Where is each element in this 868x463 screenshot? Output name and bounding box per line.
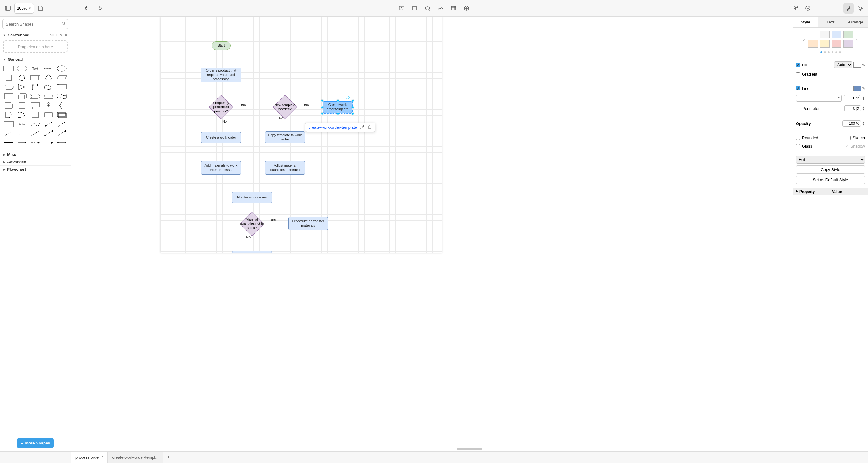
shape-cloud[interactable]	[43, 84, 54, 91]
shape-list-item[interactable]: List Item	[17, 121, 28, 128]
resize-handle[interactable]	[351, 106, 354, 109]
perimeter-input[interactable]	[844, 105, 861, 111]
stepper-down-icon[interactable]: ▼	[862, 98, 865, 100]
more-shapes-button[interactable]: + More Shapes	[17, 438, 54, 448]
node-procedure[interactable]: Procedure or transfer materials	[288, 217, 328, 230]
shape-list[interactable]	[3, 121, 14, 128]
shape-cylinder[interactable]	[30, 84, 41, 91]
fill-color-swatch[interactable]	[854, 62, 861, 68]
edit-icon[interactable]: ✎	[862, 63, 865, 67]
color-swatch[interactable]	[820, 31, 830, 38]
share-icon[interactable]	[791, 3, 801, 13]
edit-style-select[interactable]: Edit	[796, 156, 865, 164]
node-start[interactable]: Start	[212, 41, 231, 50]
shape-connector-1[interactable]	[3, 139, 14, 146]
tab-style[interactable]: Style	[793, 17, 818, 28]
resize-handle[interactable]	[337, 112, 339, 115]
shape-and[interactable]	[3, 111, 14, 119]
shape-circle[interactable]	[17, 74, 28, 81]
set-default-style-button[interactable]: Set as Default Style	[796, 176, 865, 184]
color-swatch[interactable]	[808, 40, 818, 47]
shape-callout-bubble[interactable]	[30, 102, 41, 109]
undo-icon[interactable]	[82, 3, 93, 13]
more-icon[interactable]	[803, 3, 813, 13]
advanced-header[interactable]: ▶ Advanced	[0, 158, 71, 165]
shape-triangle[interactable]	[17, 84, 28, 91]
tab-arrange[interactable]: Arrange	[843, 17, 868, 28]
node-create-template[interactable]: Create work order template	[323, 101, 352, 113]
shape-bidir-arrow[interactable]	[43, 121, 54, 128]
shape-or[interactable]	[17, 111, 28, 119]
node-add-materials[interactable]: Add materials to work order processes	[201, 161, 241, 175]
shape-arrow[interactable]	[56, 121, 67, 128]
node-cutoff[interactable]	[232, 251, 272, 254]
redo-icon[interactable]	[94, 3, 104, 13]
theme-icon[interactable]	[855, 3, 866, 13]
table-icon[interactable]	[448, 3, 459, 13]
node-adjust-qty[interactable]: Adjust material quantities if needed	[265, 161, 305, 175]
node-order-product[interactable]: Order a product that requires value-add …	[201, 68, 241, 82]
shape-dotted[interactable]	[17, 130, 28, 137]
node-freq-process[interactable]: Frequently performed process?	[206, 96, 236, 119]
edit-icon[interactable]: ✎	[60, 33, 63, 37]
misc-header[interactable]: ▶ Misc	[0, 151, 71, 158]
line-color-swatch[interactable]	[854, 86, 861, 91]
shape-connector-4[interactable]	[43, 139, 54, 146]
page-icon[interactable]	[35, 3, 46, 13]
shape-curly-brace[interactable]	[56, 102, 67, 109]
stepper-down-icon[interactable]: ▼	[862, 108, 865, 110]
edit-icon[interactable]	[360, 125, 365, 130]
close-icon[interactable]: ✕	[65, 33, 68, 37]
shape-process[interactable]	[30, 74, 41, 81]
fill-mode-select[interactable]: Auto	[834, 61, 852, 68]
text-box-icon[interactable]: A	[396, 3, 407, 13]
shape-diamond[interactable]	[43, 74, 54, 81]
resize-handle[interactable]	[321, 99, 323, 102]
shape-data-store[interactable]	[30, 111, 41, 119]
shape-actor[interactable]	[43, 102, 54, 109]
shape-connector-3[interactable]	[30, 139, 41, 146]
shape-connector-5[interactable]	[56, 139, 67, 146]
add-page-button[interactable]: +	[163, 452, 174, 463]
shape-ellipse[interactable]	[56, 65, 67, 72]
shape-rounded-rect[interactable]	[17, 65, 28, 72]
color-swatch[interactable]	[820, 40, 830, 47]
glass-checkbox[interactable]	[796, 144, 800, 148]
shape-rect-small[interactable]	[43, 111, 54, 119]
copy-style-button[interactable]: Copy Style	[796, 165, 865, 174]
horizontal-scrollbar[interactable]	[457, 448, 482, 450]
zoom-select[interactable]: 100% ▼	[14, 3, 34, 13]
add-icon[interactable]	[461, 3, 472, 13]
flowchart-header[interactable]: ▶ Flowchart	[0, 165, 71, 173]
node-qty-not-stock[interactable]: Material quantities not in stock?	[237, 212, 267, 235]
node-monitor[interactable]: Monitor work orders	[232, 192, 272, 203]
magic-icon[interactable]	[843, 3, 854, 13]
shape-tape[interactable]	[56, 93, 67, 100]
color-swatch[interactable]	[832, 31, 841, 38]
node-new-template[interactable]: New template needed?	[270, 96, 300, 119]
shape-connector-2[interactable]	[17, 139, 28, 146]
shape-parallelogram[interactable]	[56, 74, 67, 81]
line-width-input[interactable]	[844, 95, 860, 101]
node-copy-template[interactable]: Copy template to work order	[265, 131, 305, 143]
shape-square[interactable]	[3, 74, 14, 81]
resize-handle[interactable]	[351, 99, 354, 102]
color-swatch[interactable]	[843, 40, 853, 47]
stepper-down-icon[interactable]: ▼	[862, 124, 865, 125]
shape-internal-storage[interactable]	[3, 93, 14, 100]
add-icon[interactable]: +	[56, 33, 58, 37]
general-header[interactable]: ▼ General	[0, 56, 71, 63]
node-create-wo[interactable]: Create a work order	[201, 132, 241, 143]
resize-handle[interactable]	[351, 112, 354, 115]
shape-heading[interactable]: Heading━━━━━━━━━━	[43, 65, 54, 72]
link-anchor[interactable]: create-work-order-template	[309, 125, 357, 130]
color-swatch[interactable]	[843, 31, 853, 38]
sketch-checkbox[interactable]	[847, 136, 851, 140]
help-icon[interactable]: ?⃝	[50, 33, 54, 37]
canvas[interactable]: Start Order a product that requires valu…	[71, 17, 868, 451]
edit-icon[interactable]: ✎	[862, 87, 865, 91]
shape-note[interactable]	[3, 102, 14, 109]
search-input[interactable]	[2, 19, 68, 29]
shape-curve[interactable]	[30, 121, 41, 128]
ellipse-icon[interactable]	[422, 3, 433, 13]
